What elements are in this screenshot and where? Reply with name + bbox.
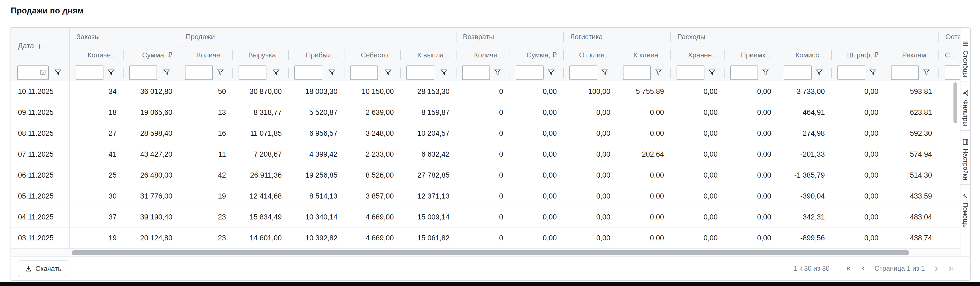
column-filter-menu-button[interactable] xyxy=(384,69,392,77)
column-filter-menu-button[interactable] xyxy=(869,69,877,77)
column-filter-menu-button[interactable] xyxy=(815,69,823,77)
column-filter-cell xyxy=(617,64,670,81)
table-row: 06.11.20252526 480,004226 911,3619 256,8… xyxy=(10,165,961,186)
column-header-cell[interactable]: Выручка... xyxy=(232,46,288,64)
column-header-label: Приемк... xyxy=(741,51,771,59)
column-filter-menu-button[interactable] xyxy=(654,69,662,77)
column-filter-input[interactable] xyxy=(185,66,213,80)
sidebar-tab-settings[interactable]: Настройки xyxy=(961,134,970,185)
column-filter-input[interactable] xyxy=(837,66,865,80)
first-page-button[interactable] xyxy=(846,265,852,272)
column-header-cell[interactable]: Сумма, ₽ xyxy=(509,46,563,64)
sort-descending-icon[interactable]: ↓ xyxy=(38,42,41,50)
column-filter-menu-button[interactable] xyxy=(547,69,555,77)
column-header-cell[interactable]: Сумма, ₽ xyxy=(123,46,179,64)
sidebar-tab-filters[interactable]: Фильтры xyxy=(961,85,970,131)
table-cell: 34 xyxy=(69,81,123,102)
column-header-cell[interactable]: К клиен... xyxy=(617,46,670,64)
table-cell: -1 385,79 xyxy=(778,165,831,186)
column-header-cell[interactable]: С... xyxy=(939,46,961,64)
column-header-cell[interactable]: К выпла... xyxy=(400,46,456,64)
column-filter-menu-button[interactable] xyxy=(493,69,501,77)
column-filter-menu-button[interactable] xyxy=(923,69,931,77)
previous-page-button[interactable] xyxy=(860,265,867,272)
column-filter-menu-button[interactable] xyxy=(216,69,224,77)
table-cell: 0,00 xyxy=(724,165,778,186)
column-filter-input[interactable] xyxy=(350,66,378,80)
column-filter-menu-button[interactable] xyxy=(708,69,716,77)
column-header-cell[interactable]: Количе... xyxy=(69,46,123,64)
column-filter-input[interactable] xyxy=(570,66,597,80)
table-cell: 4 669,00 xyxy=(344,228,400,248)
column-header-cell[interactable]: От клие... xyxy=(563,46,617,64)
column-filter-menu-button[interactable] xyxy=(440,69,448,77)
vertical-scrollbar[interactable] xyxy=(953,82,957,125)
date-cell: 04.11.2025 xyxy=(10,207,69,227)
table-cell xyxy=(939,228,961,248)
column-filter-input[interactable] xyxy=(239,66,266,80)
date-filter-input[interactable] xyxy=(17,66,49,80)
column-filter-input[interactable] xyxy=(784,66,812,80)
table-cell: 2 233,00 xyxy=(344,144,400,165)
column-filter-input[interactable] xyxy=(406,66,434,80)
table-cell: 202,64 xyxy=(617,144,670,165)
sidebar-tab-columns[interactable]: Столбцы xyxy=(961,36,970,82)
column-filter-input[interactable] xyxy=(462,66,490,80)
table-cell: 0 xyxy=(456,123,509,144)
table-cell: 8 526,00 xyxy=(344,165,400,186)
table-cell: 0,00 xyxy=(831,81,885,102)
column-header-cell[interactable]: Штраф, ₽ xyxy=(831,46,885,64)
sidebar-tab-help[interactable]: Помощь xyxy=(961,188,970,232)
column-filter-menu-button[interactable] xyxy=(107,69,115,77)
column-header-cell[interactable]: Себесто... xyxy=(344,46,400,64)
column-filter-menu-button[interactable] xyxy=(601,69,609,77)
horizontal-scrollbar-thumb[interactable] xyxy=(72,250,909,255)
column-filter-input[interactable] xyxy=(76,66,103,80)
sales-table-panel: ЗаказыПродажиВозвратыЛогистикаРасходыОст… xyxy=(10,27,970,281)
table-cell xyxy=(939,186,961,206)
date-cell: 06.11.2025 xyxy=(10,165,69,186)
column-separator xyxy=(123,50,124,61)
table-cell: 31 776,00 xyxy=(123,186,179,206)
column-filter-input[interactable] xyxy=(623,66,651,80)
column-filter-input[interactable] xyxy=(730,66,758,80)
date-filter-menu-button[interactable] xyxy=(54,69,62,77)
column-filter-menu-button[interactable] xyxy=(762,69,770,77)
column-filter-input[interactable] xyxy=(129,66,157,80)
rows-range-label: 1 к 30 из 30 xyxy=(794,265,830,272)
column-filter-input[interactable] xyxy=(516,66,544,80)
column-header-cell[interactable]: Прибыл... xyxy=(288,46,344,64)
column-separator xyxy=(563,68,564,78)
filter-funnel-icon xyxy=(869,69,877,76)
column-filter-input[interactable] xyxy=(891,66,919,80)
table-cell: 0,00 xyxy=(670,228,724,248)
column-header-cell[interactable]: Хранен... xyxy=(670,46,724,64)
last-page-button[interactable] xyxy=(947,265,954,272)
column-filter-menu-button[interactable] xyxy=(163,69,171,77)
date-column-header[interactable]: Дата ↓ xyxy=(10,28,69,64)
column-filter-input[interactable] xyxy=(294,66,322,80)
table-cell xyxy=(939,144,961,165)
download-button[interactable]: Скачать xyxy=(18,260,68,277)
column-header-cell[interactable]: Количе... xyxy=(456,46,509,64)
column-filter-menu-button[interactable] xyxy=(328,69,336,77)
settings-icon xyxy=(962,139,969,145)
table-cell: 0,00 xyxy=(831,228,885,248)
table-cell: 438,74 xyxy=(885,228,939,248)
table-cell: 11 xyxy=(179,144,232,165)
column-header-label: Сумма, ₽ xyxy=(527,51,557,59)
table-cell: 0,00 xyxy=(670,186,724,206)
table-cell: 0,00 xyxy=(670,81,724,102)
next-page-button[interactable] xyxy=(933,265,939,272)
horizontal-scrollbar[interactable] xyxy=(10,248,961,257)
column-header-cell[interactable]: Реклам... xyxy=(885,46,939,64)
column-filter-menu-button[interactable] xyxy=(272,69,280,77)
column-header-cell[interactable]: Приемк... xyxy=(724,46,778,64)
column-header-cell[interactable]: Комисс... xyxy=(778,46,831,64)
filter-funnel-icon xyxy=(547,69,555,76)
column-header-cell[interactable]: Количе... xyxy=(179,46,232,64)
column-filter-input[interactable] xyxy=(676,66,705,80)
table-cell: 0,00 xyxy=(563,186,617,206)
vertical-scrollbar-thumb[interactable] xyxy=(953,82,957,123)
column-filter-input[interactable] xyxy=(945,66,961,80)
